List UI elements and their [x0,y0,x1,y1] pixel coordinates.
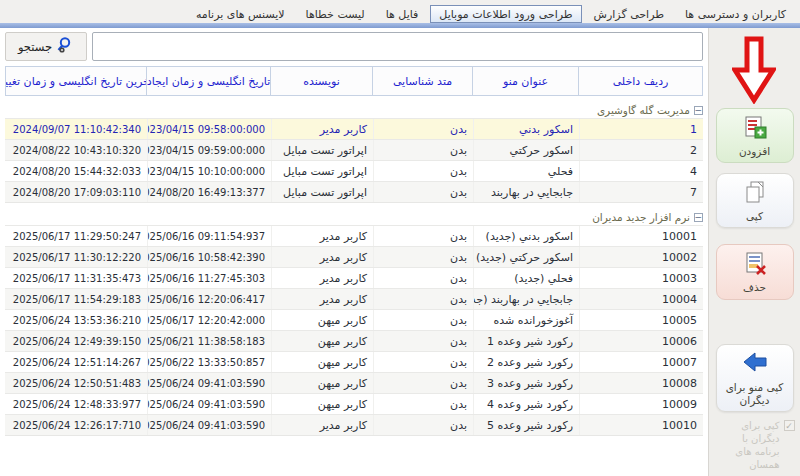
cell-id: 10003 [579,268,703,288]
table-row[interactable]: 10006رکورد شیر وعده 1بدنکاربر میهن2025/0… [5,330,703,351]
column-header[interactable]: آخرین تاریخ انگلیسی و زمان تغییر [6,67,146,95]
cell-id: 10010 [579,415,703,435]
table-row[interactable]: 10003فحلي (جدید)بدنکاربر مدیر2025/06/16 … [5,267,703,288]
copy-menu-button-label: کپی منو برای دیگران [719,381,791,406]
group-header[interactable]: −مدیریت گله گاوشیری [5,102,703,118]
table-header: ردیف داخلیعنوان منومتد شناسایینویسندهتار… [5,66,703,96]
cell-modified: 2025/06/17 11:54:29:183 [7,289,147,309]
table-row[interactable]: 10002اسكور حركتي (جدید)بدنکاربر مدیر2025… [5,246,703,267]
copy-for-others-checkbox[interactable]: ✓ کپی برای دیگران با برنامه های همسان [715,419,795,471]
cell-id: 10009 [579,394,703,414]
table-row[interactable]: 1اسكور بدنيبدنکاربر مدیر2023/04/15 09:58… [5,118,703,139]
tab-6[interactable]: لایسنس های برنامه [187,5,294,23]
table-row[interactable]: 2اسكور حركتيبدناپراتور تست مبایل2023/04/… [5,139,703,160]
delete-button[interactable]: حذف [716,244,794,299]
cell-created: 2025/06/16 10:58:42:390 [147,247,271,267]
cell-created: 2025/06/22 13:33:50:857 [147,352,271,372]
cell-author: کاربر مدیر [271,415,373,435]
cell-author: کاربر مدیر [271,226,373,246]
cell-modified: 2025/06/24 12:50:51:483 [7,373,147,393]
cell-method: بدن [373,161,473,181]
collapse-icon[interactable]: − [694,213,703,222]
tab-4[interactable]: فایل ها [377,5,428,23]
search-row: جستجو [5,32,703,61]
table-row[interactable]: 10004جابجايي در بهاربند (جدید)بدنکاربر م… [5,288,703,309]
table-row[interactable]: 10010رکورد شیر وعده 5بدنکاربر مدیر2025/0… [5,414,703,435]
cell-title: رکورد شیر وعده 4 [473,394,579,414]
cell-modified: 2025/06/24 12:51:14:267 [7,352,147,372]
cell-author: کاربر میهن [271,394,373,414]
tab-5[interactable]: لیست خطاها [297,5,374,23]
table-row[interactable]: 4فحليبدناپراتور تست مبایل2023/04/15 10:1… [5,160,703,181]
group-rows: 1اسكور بدنيبدنکاربر مدیر2023/04/15 09:58… [5,118,703,203]
column-header[interactable]: ردیف داخلی [578,67,702,95]
column-header[interactable]: تاریخ انگلیسی و زمان ایجاد [146,67,270,95]
cell-title: رکورد شیر وعده 3 [473,373,579,393]
collapse-icon[interactable]: − [694,106,703,115]
cell-created: 2025/06/17 12:20:42:000 [147,310,271,330]
cell-created: 2025/06/24 09:41:03:590 [147,373,271,393]
cell-author: کاربر میهن [271,373,373,393]
cell-author: کاربر مدیر [271,289,373,309]
table-row[interactable]: 10005آغوزخورانده شدهبدنکاربر میهن2025/06… [5,309,703,330]
cell-author: اپراتور تست مبایل [271,140,373,160]
cell-created: 2025/06/16 09:11:54:937 [147,226,271,246]
delete-document-icon [742,251,768,279]
cell-title: فحلي [473,161,579,181]
annotation-arrow-icon [732,36,776,108]
cell-id: 10006 [579,331,703,351]
table-row[interactable]: 10009رکورد شیر وعده 4بدنکاربر میهن2025/0… [5,393,703,414]
cell-created: 2024/08/20 16:49:13:377 [147,182,271,202]
table-row[interactable]: 10008رکورد شیر وعده 3بدنکاربر میهن2025/0… [5,372,703,393]
cell-method: بدن [373,268,473,288]
column-header[interactable]: نویسنده [270,67,372,95]
cell-id: 1 [579,119,703,139]
tab-1[interactable]: کاربران و دسترسی ها [676,5,795,23]
cell-title: رکورد شیر وعده 1 [473,331,579,351]
cell-modified: 2025/06/24 12:49:39:150 [7,331,147,351]
column-header[interactable]: عنوان منو [472,67,578,95]
cell-method: بدن [373,352,473,372]
tab-2[interactable]: طراحی گزارش [585,5,673,23]
cell-id: 10005 [579,310,703,330]
cell-id: 10007 [579,352,703,372]
cell-id: 10004 [579,289,703,309]
cell-title: جابجايي در بهاربند [473,182,579,202]
cell-author: کاربر مدیر [271,119,373,139]
cell-modified: 2025/06/24 12:26:17:710 [7,415,147,435]
table-row[interactable]: 7جابجايي در بهاربندبدناپراتور تست مبایل2… [5,181,703,202]
cell-created: 2025/06/16 11:27:45:303 [147,268,271,288]
table-row[interactable]: 10007رکورد شیر وعده 2بدنکاربر میهن2025/0… [5,351,703,372]
cell-title: جابجايي در بهاربند (جدید) [473,289,579,309]
cell-title: رکورد شیر وعده 5 [473,415,579,435]
search-input[interactable] [92,32,703,61]
column-header[interactable]: متد شناسایی [372,67,472,95]
cell-method: بدن [373,247,473,267]
cell-modified: 2025/06/17 11:31:35:473 [7,268,147,288]
search-button[interactable]: جستجو [5,32,87,61]
cell-modified: 2024/08/20 15:44:32:033 [7,161,147,181]
cell-method: بدن [373,289,473,309]
copy-button[interactable]: کپی [716,173,794,228]
cell-author: اپراتور تست مبایل [271,161,373,181]
cell-author: کاربر میهن [271,352,373,372]
checkbox-label: کپی برای دیگران با برنامه های همسان [715,419,780,471]
tab-3[interactable]: طراحی ورود اطلاعات موبایل [430,5,581,23]
cell-method: بدن [373,119,473,139]
cell-modified: 2024/09/07 11:10:42:340 [7,119,147,139]
group-header[interactable]: −نرم افزار جدید مدیران [5,209,703,225]
table-body: −مدیریت گله گاوشیری1اسكور بدنيبدنکاربر م… [5,102,703,436]
group-title: نرم افزار جدید مدیران [592,211,690,223]
cell-modified: 2025/06/17 11:30:12:220 [7,247,147,267]
add-button[interactable]: افزودن [716,108,794,163]
cell-created: 2025/06/16 12:20:06:417 [147,289,271,309]
cell-created: 2023/04/15 10:10:00:000 [147,161,271,181]
cell-author: کاربر میهن [271,310,373,330]
copy-menu-for-others-button[interactable]: کپی منو برای دیگران [716,344,794,413]
cell-method: بدن [373,415,473,435]
table-row[interactable]: 10001اسكور بدني (جدید)بدنکاربر مدیر2025/… [5,225,703,246]
app-window: کاربران و دسترسی هاطراحی گزارشطراحی ورود… [0,0,800,476]
cell-method: بدن [373,140,473,160]
cell-method: بدن [373,310,473,330]
cell-title: اسكور بدني (جدید) [473,226,579,246]
